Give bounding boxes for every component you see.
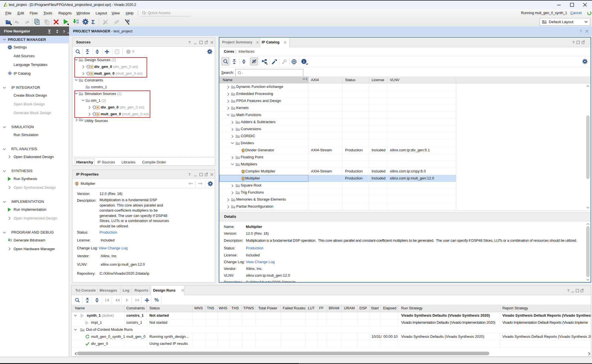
svg-text:?: ? <box>188 172 191 177</box>
svg-text:?: ? <box>567 288 569 293</box>
svg-text:10: 10 <box>10 240 12 242</box>
svg-text:i: i <box>303 59 304 64</box>
svg-text:?: ? <box>116 50 118 54</box>
svg-text:10: 10 <box>76 21 79 24</box>
svg-text:?: ? <box>63 30 65 34</box>
svg-text:?: ? <box>572 40 575 45</box>
svg-text:?: ? <box>188 40 191 45</box>
